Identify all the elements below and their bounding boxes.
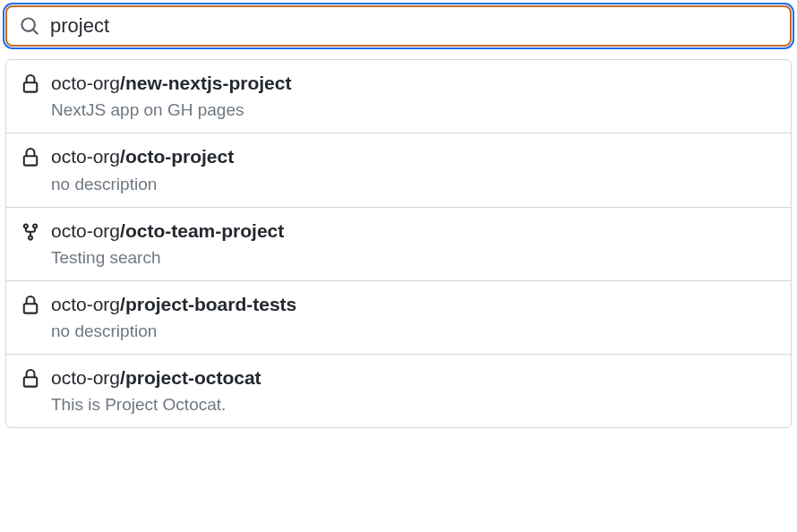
lock-icon (21, 148, 40, 167)
repo-name: new-nextjs-project (125, 73, 292, 93)
result-text: octo-org/project-board-testsno descripti… (51, 292, 296, 341)
repo-org: octo-org (51, 294, 120, 314)
repo-org: octo-org (51, 220, 120, 241)
result-text: octo-org/new-nextjs-projectNextJS app on… (51, 71, 291, 120)
search-input[interactable] (50, 14, 777, 38)
repo-name: octo-team-project (125, 220, 284, 241)
repo-description: NextJS app on GH pages (51, 100, 291, 120)
search-results-list: octo-org/new-nextjs-projectNextJS app on… (5, 59, 792, 428)
fork-icon (21, 222, 40, 242)
result-text: octo-org/octo-team-projectTesting search (51, 219, 284, 268)
result-item[interactable]: octo-org/octo-projectno description (6, 133, 791, 207)
repo-name: octo-project (125, 146, 234, 167)
repo-org: octo-org (51, 146, 120, 167)
search-box[interactable] (5, 5, 792, 47)
repo-org: octo-org (51, 73, 120, 93)
repo-org: octo-org (51, 367, 120, 388)
repo-full-name: octo-org/octo-team-project (51, 219, 284, 243)
result-item[interactable]: octo-org/new-nextjs-projectNextJS app on… (6, 60, 791, 133)
repo-description: no description (51, 175, 234, 194)
repo-description: no description (51, 322, 296, 341)
result-item[interactable]: octo-org/project-octocatThis is Project … (6, 355, 791, 427)
repo-full-name: octo-org/project-octocat (51, 365, 261, 390)
result-item[interactable]: octo-org/project-board-testsno descripti… (6, 281, 791, 355)
result-text: octo-org/octo-projectno description (51, 144, 234, 193)
repo-name: project-octocat (125, 367, 261, 388)
repo-full-name: octo-org/octo-project (51, 144, 234, 168)
lock-icon (21, 296, 40, 315)
search-icon (20, 16, 39, 36)
repo-description: Testing search (51, 248, 284, 268)
result-item[interactable]: octo-org/octo-team-projectTesting search (6, 208, 791, 281)
result-text: octo-org/project-octocatThis is Project … (51, 365, 261, 415)
repo-description: This is Project Octocat. (51, 395, 261, 415)
lock-icon (21, 74, 40, 94)
repo-full-name: octo-org/new-nextjs-project (51, 71, 291, 95)
lock-icon (21, 369, 40, 389)
repo-full-name: octo-org/project-board-tests (51, 292, 296, 316)
repo-name: project-board-tests (125, 294, 296, 314)
